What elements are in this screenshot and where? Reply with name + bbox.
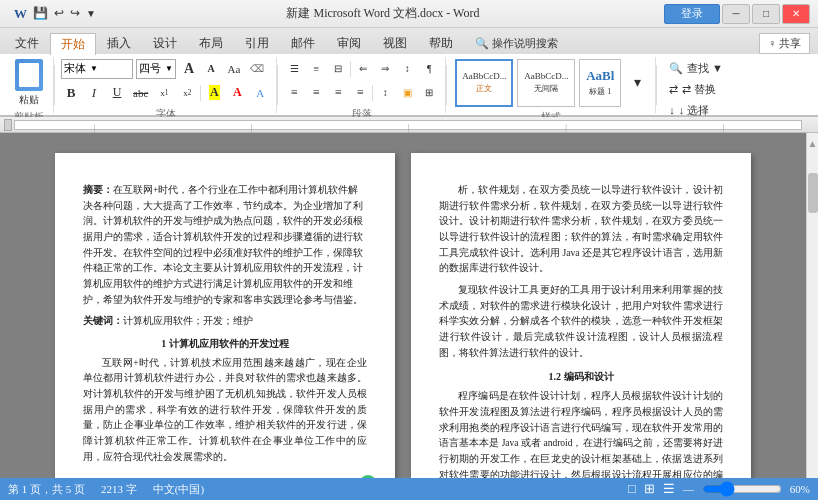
font-color-button[interactable]: A bbox=[227, 83, 247, 103]
tab-design[interactable]: 设计 bbox=[142, 32, 188, 54]
subscript-button[interactable]: x1 bbox=[154, 83, 174, 103]
page-2[interactable]: 析，软件规划，在双方委员统一以导进行软件设计，设计初期进行软件需求分析，软件规划… bbox=[411, 153, 751, 500]
shading-button[interactable]: ▣ bbox=[397, 83, 417, 103]
line-spacing-button[interactable]: ↕ bbox=[375, 83, 395, 103]
keyword-label: 关键词： bbox=[83, 316, 123, 326]
phonetic-button[interactable]: ⌫ bbox=[247, 59, 267, 79]
font-group: 宋体 ▼ 四号 ▼ A A Aa ⌫ B I U abc x1 bbox=[55, 57, 277, 113]
keywords-text: 计算机应用软件；开发；维护 bbox=[123, 316, 253, 326]
show-marks-button[interactable]: ¶ bbox=[419, 59, 439, 79]
font-size-value: 四号 bbox=[139, 61, 161, 76]
ruler-marker-1: | bbox=[94, 123, 96, 132]
outline-list-button[interactable]: ⊟ bbox=[328, 59, 348, 79]
right-text-2: 复现软件设计工具更好的工具用于设计利用来利用掌握的技术成绩，对软件的需求进行模块… bbox=[439, 283, 723, 361]
strikethrough-button[interactable]: abc bbox=[130, 83, 151, 103]
status-right: □ ⊞ ☰ — 60% bbox=[628, 481, 810, 497]
undo-icon[interactable]: ↩ bbox=[54, 6, 64, 21]
clipboard-group: 粘贴 剪贴板 bbox=[4, 57, 54, 113]
keywords-block: 关键词：计算机应用软件；开发；维护 bbox=[83, 314, 367, 329]
tab-insert[interactable]: 插入 bbox=[96, 32, 142, 54]
paste-button[interactable]: 粘贴 bbox=[8, 59, 50, 107]
minimize-button[interactable]: ─ bbox=[722, 4, 750, 24]
vertical-scrollbar[interactable]: ▲ ▼ bbox=[806, 133, 818, 500]
font-name-dropdown[interactable]: 宋体 ▼ bbox=[61, 59, 133, 79]
numbered-list-button[interactable]: ≡ bbox=[306, 59, 326, 79]
decrease-font-button[interactable]: A bbox=[201, 59, 221, 79]
abstract-text: 在互联网+时代，各个行业在工作中都利用计算机软件解决各种问题，大大提高了工作效率… bbox=[83, 185, 363, 305]
align-left-button[interactable]: ≡ bbox=[284, 83, 304, 103]
decrease-indent-button[interactable]: ⇐ bbox=[353, 59, 373, 79]
border-button[interactable]: ⊞ bbox=[419, 83, 439, 103]
section1-heading: 1 计算机应用软件的开发过程 bbox=[83, 336, 367, 352]
paragraph-group: ☰ ≡ ⊟ ⇐ ⇒ ↕ ¶ ≡ ≡ ≡ ≡ ↕ ▣ ⊞ 段落 bbox=[278, 57, 446, 113]
superscript-button[interactable]: x2 bbox=[177, 83, 197, 103]
abstract-label: 摘要： bbox=[83, 185, 113, 195]
replace-button[interactable]: ⇄ ⇄ 替换 bbox=[665, 80, 720, 99]
font-size-dropdown[interactable]: 四号 ▼ bbox=[136, 59, 176, 79]
text-effect-button[interactable]: A bbox=[250, 83, 270, 103]
style-no-spacing-label: 无间隔 bbox=[534, 83, 558, 94]
highlight-button[interactable]: A bbox=[204, 83, 224, 103]
bold-button[interactable]: B bbox=[61, 83, 81, 103]
underline-button[interactable]: U bbox=[107, 83, 127, 103]
styles-group: AaBbCcD... 正文 AaBbCcD... 无间隔 AaBl 标题 1 ▾… bbox=[447, 57, 656, 113]
section12-heading: 1.2 编码和设计 bbox=[439, 369, 723, 385]
customize-icon[interactable]: ▼ bbox=[86, 8, 96, 19]
select-icon: ↓ bbox=[669, 104, 675, 116]
align-right-button[interactable]: ≡ bbox=[328, 83, 348, 103]
ribbon-tab-row: 文件 开始 插入 设计 布局 引用 邮件 审阅 视图 帮助 🔍 操作说明搜索 ♀… bbox=[0, 28, 818, 54]
close-button[interactable]: ✕ bbox=[782, 4, 810, 24]
justify-button[interactable]: ≡ bbox=[350, 83, 370, 103]
save-icon[interactable]: 💾 bbox=[33, 6, 48, 21]
increase-indent-button[interactable]: ⇒ bbox=[375, 59, 395, 79]
style-normal-label: 正文 bbox=[476, 83, 492, 94]
style-no-spacing[interactable]: AaBbCcD... 无间隔 bbox=[517, 59, 575, 107]
ruler-marker-5: | bbox=[722, 123, 724, 132]
sort-button[interactable]: ↕ bbox=[397, 59, 417, 79]
ribbon: 文件 开始 插入 设计 布局 引用 邮件 审阅 视图 帮助 🔍 操作说明搜索 ♀… bbox=[0, 28, 818, 117]
share-button[interactable]: ♀ 共享 bbox=[759, 33, 810, 54]
style-normal[interactable]: AaBbCcD... 正文 bbox=[455, 59, 513, 107]
ruler-corner bbox=[4, 119, 12, 131]
list-align-row: ☰ ≡ ⊟ ⇐ ⇒ ↕ ¶ bbox=[284, 59, 439, 79]
maximize-button[interactable]: □ bbox=[752, 4, 780, 24]
document-area[interactable]: 摘要：在互联网+时代，各个行业在工作中都利用计算机软件解决各种问题，大大提高了工… bbox=[0, 133, 806, 500]
tab-file[interactable]: 文件 bbox=[4, 32, 50, 54]
tab-search[interactable]: 🔍 操作说明搜索 bbox=[464, 32, 569, 54]
page-info: 第 1 页，共 5 页 bbox=[8, 482, 85, 497]
divider-font bbox=[200, 85, 201, 101]
tab-help[interactable]: 帮助 bbox=[418, 32, 464, 54]
style-heading1-label: 标题 1 bbox=[589, 86, 611, 97]
status-icon-1: □ bbox=[628, 481, 636, 497]
language: 中文(中国) bbox=[153, 482, 204, 497]
highlight-label: A bbox=[209, 85, 220, 100]
tab-mailings[interactable]: 邮件 bbox=[280, 32, 326, 54]
bullet-list-button[interactable]: ☰ bbox=[284, 59, 304, 79]
abstract-block: 摘要：在互联网+时代，各个行业在工作中都利用计算机软件解决各种问题，大大提高了工… bbox=[83, 183, 367, 308]
document-title: 新建 Microsoft Word 文档.docx - Word bbox=[102, 5, 664, 22]
align-center-button[interactable]: ≡ bbox=[306, 83, 326, 103]
zoom-slider[interactable] bbox=[702, 483, 782, 495]
find-button[interactable]: 🔍 查找 ▼ bbox=[665, 59, 727, 78]
tab-view[interactable]: 视图 bbox=[372, 32, 418, 54]
tab-review[interactable]: 审阅 bbox=[326, 32, 372, 54]
scroll-up-button[interactable]: ▲ bbox=[807, 133, 819, 153]
ribbon-toolbar: 粘贴 剪贴板 宋体 ▼ 四号 ▼ A A Aa ⌫ bbox=[0, 54, 818, 116]
font-size-arrow: ▼ bbox=[165, 64, 173, 73]
increase-font-button[interactable]: A bbox=[179, 59, 199, 79]
page-1[interactable]: 摘要：在互联网+时代，各个行业在工作中都利用计算机软件解决各种问题，大大提高了工… bbox=[55, 153, 395, 500]
tab-home[interactable]: 开始 bbox=[50, 33, 96, 55]
word-count: 2213 字 bbox=[101, 482, 137, 497]
redo-icon[interactable]: ↪ bbox=[70, 6, 80, 21]
document-container: 摘要：在互联网+时代，各个行业在工作中都利用计算机软件解决各种问题，大大提高了工… bbox=[0, 133, 806, 500]
italic-button[interactable]: I bbox=[84, 83, 104, 103]
login-button[interactable]: 登录 bbox=[664, 4, 720, 24]
tab-layout[interactable]: 布局 bbox=[188, 32, 234, 54]
tab-references[interactable]: 引用 bbox=[234, 32, 280, 54]
paste-label: 粘贴 bbox=[19, 93, 39, 107]
clear-format-button[interactable]: Aa bbox=[224, 59, 244, 79]
ruler-marker-2: | bbox=[251, 123, 253, 132]
scroll-thumb[interactable] bbox=[808, 173, 818, 213]
styles-more-button[interactable]: ▾ bbox=[627, 73, 647, 93]
style-heading1[interactable]: AaBl 标题 1 bbox=[579, 59, 621, 107]
